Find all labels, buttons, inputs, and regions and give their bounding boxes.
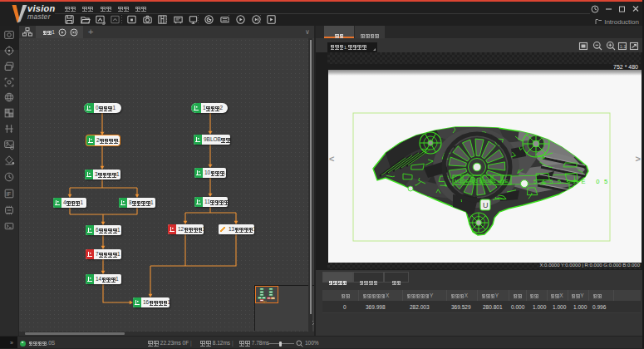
svg-text:1:1: 1:1: [620, 44, 627, 49]
svg-text:M2:3E+00 6.00E.1 w.1E: M2:3E+00 6.00E.1 w.1E: [455, 179, 509, 184]
svg-text:545532E 05: 545532E 05: [533, 178, 612, 185]
svg-text:U: U: [483, 201, 489, 209]
svg-text:IF: IF: [7, 191, 12, 197]
